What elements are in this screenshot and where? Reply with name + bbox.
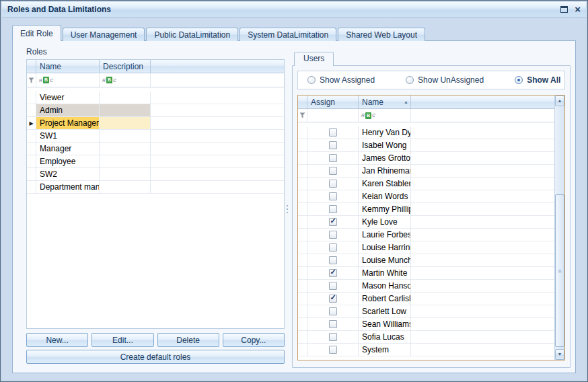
users-grid-row[interactable]: James Grotto bbox=[298, 152, 554, 165]
role-name-cell[interactable]: Employee bbox=[36, 155, 100, 168]
assign-checkbox[interactable] bbox=[329, 346, 337, 354]
assign-checkbox[interactable] bbox=[329, 231, 337, 239]
roles-grid-row[interactable]: Department mana bbox=[27, 181, 284, 194]
scroll-up-icon[interactable]: ▲ bbox=[555, 96, 564, 106]
assign-checkbox[interactable] bbox=[329, 269, 337, 277]
title-bar[interactable]: Roles and Data Limitations × bbox=[2, 2, 586, 17]
role-name-cell[interactable]: Project Manager bbox=[36, 117, 100, 130]
user-name-cell[interactable]: Louise Munch bbox=[359, 254, 411, 267]
user-name-cell[interactable]: System bbox=[359, 344, 411, 356]
users-grid-row[interactable]: Laurie Forbes bbox=[298, 229, 554, 241]
user-name-cell[interactable]: Mason Hansor bbox=[359, 280, 411, 293]
abc-filter-type-icon[interactable]: RBC bbox=[39, 77, 53, 83]
assign-cell[interactable] bbox=[307, 293, 359, 305]
roles-filter-cell-description[interactable]: RBC bbox=[100, 73, 151, 87]
roles-grid-row[interactable]: Manager bbox=[27, 143, 284, 155]
user-name-cell[interactable]: Jan Rhineman bbox=[359, 165, 411, 178]
user-name-cell[interactable]: Henry Van Dyc bbox=[359, 126, 411, 139]
users-grid-row[interactable]: Mason Hansor bbox=[298, 280, 554, 293]
assign-checkbox[interactable] bbox=[329, 154, 337, 162]
users-grid-row[interactable]: Kyle Love bbox=[298, 216, 554, 229]
role-name-cell[interactable]: Viewer bbox=[36, 91, 100, 104]
assign-cell[interactable] bbox=[307, 165, 359, 178]
assign-cell[interactable] bbox=[307, 178, 359, 190]
assign-checkbox[interactable] bbox=[329, 128, 337, 137]
users-grid-row[interactable]: Jan Rhineman bbox=[298, 165, 554, 178]
user-name-cell[interactable]: Karen Stabler bbox=[359, 178, 411, 190]
user-name-cell[interactable]: Scarlett Low bbox=[359, 305, 411, 318]
assign-checkbox[interactable] bbox=[329, 295, 337, 303]
tab-public-datalimitation[interactable]: Public DataLimitation bbox=[146, 28, 238, 41]
panel-splitter[interactable] bbox=[285, 196, 290, 223]
user-name-cell[interactable]: Robert Carlisle bbox=[359, 293, 411, 305]
assign-checkbox[interactable] bbox=[329, 320, 337, 328]
role-name-cell[interactable]: Admin bbox=[36, 104, 100, 117]
roles-column-header-description[interactable]: Description bbox=[100, 60, 151, 73]
assign-cell[interactable] bbox=[307, 152, 359, 165]
assign-checkbox[interactable] bbox=[329, 141, 337, 149]
users-grid-row[interactable]: Sofia Lucas bbox=[298, 331, 554, 344]
assign-checkbox[interactable] bbox=[329, 192, 337, 200]
assign-cell[interactable] bbox=[307, 254, 359, 267]
assign-checkbox[interactable] bbox=[329, 333, 337, 341]
radio-show-all[interactable]: Show All bbox=[515, 75, 560, 85]
copy-button[interactable]: Copy... bbox=[223, 333, 285, 347]
assign-checkbox[interactable] bbox=[329, 307, 337, 315]
roles-grid-row[interactable]: Employee bbox=[27, 155, 284, 168]
assign-checkbox[interactable] bbox=[329, 167, 337, 175]
roles-grid-row[interactable]: SW1 bbox=[27, 130, 284, 143]
role-description-cell[interactable] bbox=[100, 91, 151, 104]
assign-cell[interactable] bbox=[307, 126, 359, 139]
users-filter-cell-assign[interactable] bbox=[307, 109, 359, 122]
assign-cell[interactable] bbox=[307, 229, 359, 241]
role-description-cell[interactable] bbox=[100, 168, 151, 181]
users-grid-row[interactable]: Scarlett Low bbox=[298, 305, 554, 318]
user-name-cell[interactable]: Sean Williams bbox=[359, 318, 411, 331]
scroll-down-icon[interactable]: ▼ bbox=[555, 349, 564, 360]
new-button[interactable]: New... bbox=[26, 333, 88, 347]
user-name-cell[interactable]: James Grotto bbox=[359, 152, 411, 165]
delete-button[interactable]: Delete bbox=[157, 333, 219, 347]
assign-cell[interactable] bbox=[307, 203, 359, 216]
roles-filter-cell-name[interactable]: RBC bbox=[36, 73, 100, 87]
edit-button[interactable]: Edit... bbox=[91, 333, 153, 347]
role-name-cell[interactable]: Manager bbox=[36, 143, 100, 155]
role-description-cell[interactable] bbox=[100, 117, 151, 130]
role-description-cell[interactable] bbox=[100, 181, 151, 194]
users-grid-row[interactable]: Isabel Wong bbox=[298, 139, 554, 152]
role-description-cell[interactable] bbox=[100, 130, 151, 143]
abc-filter-type-icon[interactable]: RBC bbox=[102, 77, 116, 83]
users-grid-row[interactable]: Henry Van Dyc bbox=[298, 126, 554, 139]
radio-show-assigned[interactable]: Show Assigned bbox=[307, 75, 375, 85]
users-column-header-name[interactable]: Name ▲ bbox=[359, 96, 411, 108]
roles-grid-row[interactable]: ▶ Project Manager bbox=[27, 117, 284, 130]
users-filter-cell-name[interactable]: RBC bbox=[359, 109, 411, 122]
users-column-header-assign[interactable]: Assign bbox=[307, 96, 359, 108]
users-tab[interactable]: Users bbox=[294, 52, 334, 66]
assign-checkbox[interactable] bbox=[329, 205, 337, 213]
users-grid-row[interactable]: Louise Munch bbox=[298, 254, 554, 267]
user-name-cell[interactable]: Isabel Wong bbox=[359, 139, 411, 152]
roles-column-header-name[interactable]: Name bbox=[36, 60, 100, 73]
maximize-icon[interactable] bbox=[560, 6, 568, 13]
users-vertical-scrollbar[interactable]: ▲ ≡ ▼ bbox=[554, 96, 564, 360]
abc-filter-type-icon[interactable]: RBC bbox=[361, 112, 375, 119]
tab-system-datalimitation[interactable]: System DataLimitation bbox=[240, 28, 336, 41]
tab-user-management[interactable]: User Management bbox=[63, 28, 145, 41]
assign-cell[interactable] bbox=[307, 190, 359, 203]
assign-cell[interactable] bbox=[307, 267, 359, 280]
assign-cell[interactable] bbox=[307, 216, 359, 229]
role-name-cell[interactable]: SW1 bbox=[36, 130, 100, 143]
user-name-cell[interactable]: Louise Harring bbox=[359, 241, 411, 254]
role-name-cell[interactable]: SW2 bbox=[36, 168, 100, 181]
users-grid-row[interactable]: Kemmy Phillips bbox=[298, 203, 554, 216]
assign-checkbox[interactable] bbox=[329, 218, 337, 226]
assign-cell[interactable] bbox=[307, 344, 359, 356]
user-name-cell[interactable]: Kemmy Phillips bbox=[359, 203, 411, 216]
users-grid-row[interactable]: Martin White bbox=[298, 267, 554, 280]
assign-checkbox[interactable] bbox=[329, 243, 337, 252]
user-name-cell[interactable]: Martin White bbox=[359, 267, 411, 280]
user-name-cell[interactable]: Sofia Lucas bbox=[359, 331, 411, 344]
users-grid-row[interactable]: System bbox=[298, 344, 554, 356]
radio-show-unassigned[interactable]: Show UnAssigned bbox=[406, 75, 484, 85]
